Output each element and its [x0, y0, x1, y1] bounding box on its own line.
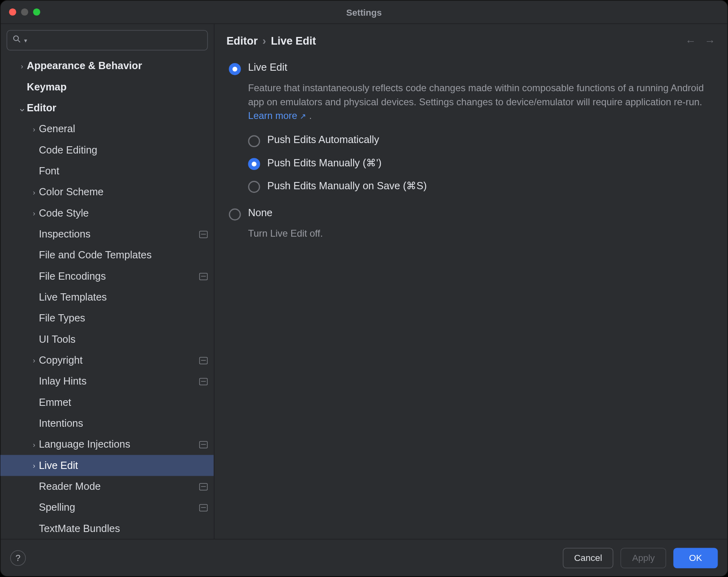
close-window-icon[interactable]: [9, 8, 16, 16]
sidebar-item-label: Reader Mode: [39, 480, 196, 492]
radio-icon: [248, 180, 260, 192]
radio-icon: [229, 63, 241, 75]
sidebar-item-label: Editor: [27, 102, 208, 114]
sidebar-item-general[interactable]: ›General: [0, 119, 214, 139]
settings-body: ▾ ›Appearance & BehaviorKeymap⌄Editor›Ge…: [0, 23, 727, 539]
chevron-icon: ›: [29, 461, 39, 469]
breadcrumb-parent[interactable]: Editor: [227, 35, 258, 47]
settings-tree[interactable]: ›Appearance & BehaviorKeymap⌄Editor›Gene…: [0, 55, 214, 539]
settings-content: Editor › Live Edit ← → Live Edit: [215, 24, 728, 539]
sidebar-item-appearance-behavior[interactable]: ›Appearance & Behavior: [0, 55, 214, 76]
sidebar-item-file-encodings[interactable]: File Encodings: [0, 266, 214, 286]
sidebar-item-inspections[interactable]: Inspections: [0, 223, 214, 244]
sidebar-item-label: File Encodings: [39, 270, 196, 282]
dropdown-chevron-icon: ▾: [24, 37, 27, 43]
project-scope-icon: [199, 356, 208, 364]
ok-button[interactable]: OK: [673, 548, 718, 568]
sidebar-item-label: Live Templates: [39, 291, 208, 303]
project-scope-icon: [199, 230, 208, 237]
svg-line-1: [18, 40, 20, 42]
sidebar-item-label: Code Editing: [39, 144, 208, 156]
sidebar-item-emmet[interactable]: Emmet: [0, 392, 214, 413]
sidebar-item-reader-mode[interactable]: Reader Mode: [0, 476, 214, 497]
radio-push-option[interactable]: Push Edits Automatically: [248, 129, 713, 152]
radio-label: None: [248, 207, 272, 219]
nav-back-icon[interactable]: ←: [685, 35, 696, 47]
sidebar-item-code-editing[interactable]: Code Editing: [0, 139, 214, 160]
sidebar-item-intentions[interactable]: Intentions: [0, 413, 214, 434]
chevron-icon: ›: [29, 188, 39, 196]
chevron-icon: ›: [29, 125, 39, 133]
search-icon: [12, 34, 22, 46]
project-scope-icon: [199, 483, 208, 490]
sidebar-item-label: Appearance & Behavior: [27, 60, 208, 72]
project-scope-icon: [199, 378, 208, 385]
breadcrumb: Editor › Live Edit ← →: [215, 24, 728, 55]
radio-label: Push Edits Automatically: [267, 134, 379, 146]
sidebar-item-ui-tools[interactable]: UI Tools: [0, 329, 214, 350]
nav-forward-icon[interactable]: →: [705, 35, 716, 47]
live-edit-mode-group: Live Edit Feature that instantaneously r…: [229, 58, 713, 240]
radio-label: Push Edits Manually on Save (⌘S): [267, 179, 427, 192]
sidebar-item-label: Code Style: [39, 207, 208, 219]
radio-live-edit[interactable]: Live Edit: [229, 58, 713, 79]
radio-none[interactable]: None: [229, 203, 713, 224]
sidebar-item-copyright[interactable]: ›Copyright: [0, 350, 214, 370]
sidebar-item-inlay-hints[interactable]: Inlay Hints: [0, 370, 214, 391]
project-scope-icon: [199, 441, 208, 448]
push-mode-group: Push Edits AutomaticallyPush Edits Manua…: [248, 129, 713, 197]
sidebar-item-color-scheme[interactable]: ›Color Scheme: [0, 182, 214, 203]
chevron-icon: ›: [29, 209, 39, 217]
sidebar-item-spelling[interactable]: Spelling: [0, 497, 214, 518]
sidebar-item-live-templates[interactable]: Live Templates: [0, 286, 214, 307]
sidebar-item-label: Inspections: [39, 228, 196, 240]
radio-icon: [248, 135, 260, 147]
zoom-window-icon[interactable]: [33, 8, 40, 16]
cancel-button[interactable]: Cancel: [563, 548, 614, 568]
sidebar-item-label: TextMate Bundles: [39, 522, 208, 534]
sidebar-item-label: General: [39, 123, 208, 135]
sidebar-item-label: Language Injections: [39, 438, 196, 450]
sidebar-item-label: Inlay Hints: [39, 375, 196, 387]
sidebar-item-label: Intentions: [39, 417, 208, 429]
radio-icon: [248, 158, 260, 170]
sidebar-item-label: Live Edit: [39, 459, 208, 471]
sidebar-item-label: File and Code Templates: [39, 249, 208, 261]
sidebar-item-live-edit[interactable]: ›Live Edit: [0, 455, 214, 476]
breadcrumb-current: Live Edit: [271, 35, 316, 47]
help-button[interactable]: ?: [10, 550, 26, 566]
sidebar-item-label: File Types: [39, 312, 208, 324]
radio-push-option[interactable]: Push Edits Manually (⌘'): [248, 152, 713, 175]
chevron-icon: ⌄: [17, 105, 27, 111]
none-description: Turn Live Edit off.: [248, 226, 713, 240]
project-scope-icon: [199, 272, 208, 280]
svg-point-0: [14, 35, 18, 40]
sidebar-item-language-injections[interactable]: ›Language Injections: [0, 434, 214, 454]
window-title: Settings: [0, 7, 727, 17]
window-controls: [9, 8, 40, 16]
search-input[interactable]: ▾: [6, 30, 208, 51]
chevron-icon: ›: [29, 440, 39, 448]
radio-icon: [229, 208, 241, 220]
sidebar-item-textmate-bundles[interactable]: TextMate Bundles: [0, 518, 214, 539]
sidebar-item-font[interactable]: Font: [0, 160, 214, 181]
minimize-window-icon[interactable]: [21, 8, 28, 16]
sidebar-item-label: Spelling: [39, 501, 196, 514]
sidebar-item-code-style[interactable]: ›Code Style: [0, 203, 214, 223]
radio-push-option[interactable]: Push Edits Manually on Save (⌘S): [248, 174, 713, 197]
sidebar-item-editor[interactable]: ⌄Editor: [0, 97, 214, 118]
breadcrumb-separator-icon: ›: [262, 35, 266, 47]
chevron-icon: ›: [17, 61, 27, 70]
sidebar-item-file-types[interactable]: File Types: [0, 307, 214, 328]
sidebar-item-label: Keymap: [27, 81, 208, 93]
project-scope-icon: [199, 504, 208, 511]
chevron-icon: ›: [29, 356, 39, 364]
sidebar-item-file-and-code-templates[interactable]: File and Code Templates: [0, 244, 214, 265]
titlebar: Settings: [0, 0, 727, 23]
sidebar-item-label: Copyright: [39, 354, 196, 366]
learn-more-link[interactable]: Learn more ↗: [248, 111, 306, 121]
sidebar-item-label: Font: [39, 165, 208, 177]
radio-label: Live Edit: [248, 62, 287, 74]
sidebar-item-keymap[interactable]: Keymap: [0, 76, 214, 97]
live-edit-description: Feature that instantaneously reflects co…: [248, 81, 713, 123]
